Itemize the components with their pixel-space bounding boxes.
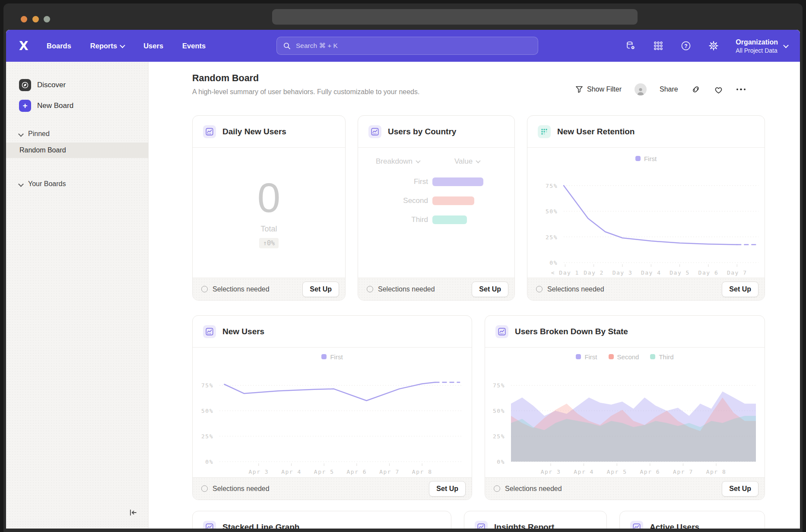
funnel-icon <box>575 86 583 93</box>
svg-text:25%: 25% <box>201 433 213 440</box>
status-text: Selections needed <box>201 485 270 493</box>
sidebar-new-board-button[interactable]: + New Board <box>6 100 148 112</box>
window-zoom-button[interactable] <box>44 16 50 22</box>
set-up-button[interactable]: Set Up <box>722 282 758 297</box>
window-close-button[interactable] <box>21 16 27 22</box>
svg-text:Day 4: Day 4 <box>641 269 661 276</box>
row-label: First <box>376 177 428 186</box>
org-name: Organization <box>736 38 778 47</box>
line-chart-icon <box>495 325 508 338</box>
apps-grid-icon[interactable] <box>653 40 664 51</box>
chevron-down-icon <box>476 158 481 163</box>
search-input[interactable] <box>295 41 532 50</box>
status-circle-icon <box>536 286 543 292</box>
chevron-down-icon <box>416 158 420 163</box>
chevron-down-icon <box>783 42 789 48</box>
avatar[interactable] <box>635 83 647 95</box>
favorite-button[interactable] <box>714 85 723 94</box>
svg-text:Apr 7: Apr 7 <box>673 469 693 475</box>
svg-text:25%: 25% <box>546 234 558 241</box>
browser-address-bar[interactable] <box>272 9 638 25</box>
show-filter-button[interactable]: Show Filter <box>575 86 622 93</box>
svg-text:Day 6: Day 6 <box>698 269 719 276</box>
nav-item-boards[interactable]: Boards <box>47 42 71 50</box>
page-title: Random Board <box>192 73 419 84</box>
card-insights-report: Insights Report <box>464 511 607 529</box>
svg-text:Day 3: Day 3 <box>612 269 633 276</box>
value-dropdown[interactable]: Value <box>454 157 480 166</box>
bar-first <box>432 177 483 186</box>
metric-label: Total <box>260 225 277 234</box>
svg-text:50%: 50% <box>546 208 558 215</box>
copy-link-button[interactable] <box>691 85 701 94</box>
sidebar-section-pinned[interactable]: Pinned <box>19 130 50 138</box>
svg-text:Apr 7: Apr 7 <box>379 469 400 475</box>
metric-body: 0 Total ↑0% <box>193 148 345 278</box>
chevron-down-icon <box>18 181 24 187</box>
primary-nav: Boards Reports Users Events <box>47 30 206 62</box>
svg-text:50%: 50% <box>201 408 213 414</box>
card-active-users: Active Users <box>619 511 765 529</box>
card-daily-new-users: Daily New Users 0 Total ↑0% Selections n… <box>192 115 346 301</box>
global-search[interactable] <box>276 37 538 55</box>
plus-icon: + <box>19 100 31 112</box>
svg-text:Apr 3: Apr 3 <box>541 469 561 475</box>
svg-text:Apr 5: Apr 5 <box>314 469 334 475</box>
card-title: Insights Report <box>494 522 554 529</box>
card-header: Daily New Users <box>193 116 345 148</box>
set-up-button[interactable]: Set Up <box>302 282 339 297</box>
nav-item-events[interactable]: Events <box>182 42 206 50</box>
search-icon <box>283 42 291 50</box>
status-text: Selections needed <box>494 485 562 493</box>
chevron-down-icon <box>18 131 24 137</box>
bar-third <box>432 215 467 224</box>
more-options-button[interactable] <box>736 89 746 91</box>
sidebar-section-your-boards[interactable]: Your Boards <box>19 180 66 188</box>
svg-text:Apr 4: Apr 4 <box>281 469 301 475</box>
line-chart-icon <box>368 125 381 138</box>
svg-text:75%: 75% <box>546 183 558 189</box>
sidebar-collapse-button[interactable] <box>128 508 138 517</box>
set-up-button[interactable]: Set Up <box>722 481 758 497</box>
link-icon <box>691 85 701 94</box>
status-circle-icon <box>494 485 500 492</box>
nav-item-users[interactable]: Users <box>143 42 163 50</box>
svg-text:Apr 8: Apr 8 <box>706 469 727 475</box>
mixpanel-logo-icon[interactable]: X <box>19 30 29 62</box>
org-project: All Project Data <box>736 47 778 54</box>
svg-text:Day 5: Day 5 <box>670 269 690 276</box>
svg-text:75%: 75% <box>493 382 505 389</box>
data-management-icon[interactable] <box>625 40 636 51</box>
breakdown-dropdown[interactable]: Breakdown <box>376 157 420 166</box>
retention-line-chart: 0%25%50%75%< Day 1Day 2Day 3Day 4Day 5Da… <box>527 164 765 277</box>
row-label: Third <box>376 215 428 224</box>
line-chart-icon <box>475 521 488 529</box>
retention-icon <box>538 125 551 138</box>
set-up-button[interactable]: Set Up <box>472 282 508 297</box>
status-circle-icon <box>201 286 208 292</box>
set-up-button[interactable]: Set Up <box>429 481 466 497</box>
settings-gear-icon[interactable] <box>708 40 719 51</box>
sidebar-item-random-board[interactable]: Random Board <box>6 142 148 158</box>
help-icon[interactable]: ? <box>680 40 692 51</box>
card-footer: Selections needed Set Up <box>527 278 765 300</box>
chevron-down-icon <box>120 42 125 48</box>
svg-text:Apr 6: Apr 6 <box>640 469 660 475</box>
sidebar: Discover + New Board Pinned Random Board… <box>6 62 149 529</box>
browser-window: X Boards Reports Users Events ? <box>3 3 803 532</box>
nav-item-reports[interactable]: Reports <box>90 42 124 50</box>
status-text: Selections needed <box>367 285 435 293</box>
status-text: Selections needed <box>536 285 604 293</box>
line-chart-icon <box>203 521 216 529</box>
sidebar-item-discover[interactable]: Discover <box>6 79 148 91</box>
card-new-user-retention: New User Retention First 0%25%50%75%< Da… <box>527 115 765 301</box>
svg-text:0%: 0% <box>549 260 558 266</box>
window-minimize-button[interactable] <box>32 16 39 22</box>
row-label: Second <box>376 196 428 205</box>
card-footer: Selections needed Set Up <box>485 477 765 500</box>
page-subtitle: A high-level summary of user behaviors. … <box>192 88 419 96</box>
share-button[interactable]: Share <box>660 86 678 93</box>
card-header: Users Broken Down By State <box>485 316 765 348</box>
card-header: Insights Report <box>464 511 606 529</box>
org-switcher[interactable]: Organization All Project Data <box>736 38 788 54</box>
